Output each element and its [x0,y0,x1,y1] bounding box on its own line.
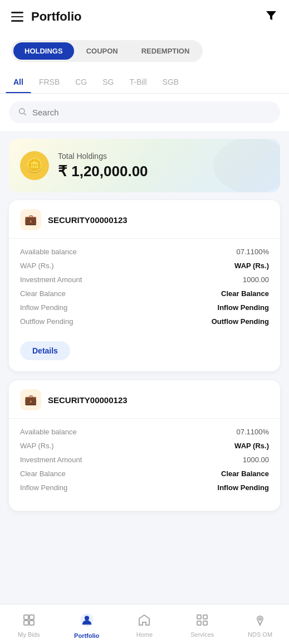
inflow-pending-label-1: Inflow Pending [20,303,67,312]
inflow-pending-value-1: Inflow Pending [218,303,269,312]
security-briefcase-icon-1: 💼 [20,209,41,230]
sub-tab-sg[interactable]: SG [95,71,121,93]
wap-label-2: WAP (Rs.) [20,442,54,450]
svg-rect-5 [30,621,34,625]
my-bids-icon [22,613,36,629]
nav-label-nds-om: NDS OM [248,631,272,638]
portfolio-icon [79,612,95,630]
sub-tab-tbill[interactable]: T-Bill [121,71,154,93]
home-icon [138,613,151,629]
nav-label-my-bids: My Bids [18,631,40,638]
details-button-1[interactable]: Details [20,341,70,360]
total-holdings-card: 🪙 Total Holdings ₹ 1,20,000.00 [9,139,280,192]
svg-rect-2 [24,615,28,619]
bottom-nav: My Bids Portfolio Home [0,604,289,644]
svg-rect-11 [203,621,207,625]
security-id-2: SECURITY00000123 [48,395,128,405]
svg-rect-10 [197,621,201,625]
investment-amount-value-2: 1000.00 [243,456,269,464]
detail-row-wap-1: WAP (Rs.) WAP (Rs.) [20,262,269,270]
search-section [0,94,289,131]
svg-line-1 [24,113,26,115]
svg-rect-3 [30,615,34,619]
nav-item-my-bids[interactable]: My Bids [0,604,58,644]
top-tab-bar: HOLDINGS COUPON REDEMPTION [0,33,289,71]
investment-amount-label-2: Investment Amount [20,456,82,464]
clear-balance-label-1: Clear Balance [20,289,66,298]
nav-label-services: Services [190,631,214,638]
sub-tab-sgb[interactable]: SGB [155,71,187,93]
page-title: Portfolio [31,9,81,24]
clear-balance-value-1: Clear Balance [221,289,269,298]
available-balance-label-2: Available balance [20,428,77,436]
hamburger-menu-icon[interactable] [11,12,23,22]
services-icon [195,613,209,629]
holdings-label: Total Holdings [58,152,148,161]
nds-om-icon [253,613,267,629]
clear-balance-label-2: Clear Balance [20,469,66,478]
svg-rect-4 [24,621,28,625]
security-card-2-details: Available balance 07.1100% WAP (Rs.) WAP… [9,419,280,502]
security-id-1: SECURITY00000123 [48,215,128,225]
svg-point-12 [259,618,261,620]
coins-icon: 🪙 [20,151,49,180]
nav-item-home[interactable]: Home [116,604,174,644]
detail-row-inflow-2: Inflow Pending Inflow Pending [20,483,269,492]
tab-holdings[interactable]: HOLDINGS [13,42,74,60]
wap-value-1: WAP (Rs.) [234,262,269,270]
outflow-pending-label-1: Outflow Pending [20,317,73,326]
detail-row-available-balance-2: Available balance 07.1100% [20,428,269,436]
nav-label-home: Home [136,631,153,638]
sub-tab-all[interactable]: All [6,71,31,93]
nav-label-portfolio: Portfolio [74,632,99,639]
tab-coupon[interactable]: COUPON [75,42,129,60]
investment-amount-value-1: 1000.00 [243,275,269,284]
svg-rect-8 [197,615,201,619]
search-input[interactable] [32,108,271,117]
outflow-pending-value-1: Outflow Pending [212,317,269,326]
detail-row-wap-2: WAP (Rs.) WAP (Rs.) [20,442,269,450]
wap-label-1: WAP (Rs.) [20,262,54,270]
security-card-2-header: 💼 SECURITY00000123 [9,380,280,419]
security-card-2: 💼 SECURITY00000123 Available balance 07.… [9,380,280,511]
detail-row-outflow-1: Outflow Pending Outflow Pending [20,317,269,326]
holdings-amount: ₹ 1,20,000.00 [58,163,148,180]
top-tab-pill-group: HOLDINGS COUPON REDEMPTION [11,40,203,62]
nav-item-services[interactable]: Services [173,604,231,644]
tab-redemption[interactable]: REDEMPTION [130,42,201,60]
clear-balance-value-2: Clear Balance [221,469,269,478]
detail-row-clear-balance-2: Clear Balance Clear Balance [20,469,269,478]
security-card-1-header: 💼 SECURITY00000123 [9,200,280,239]
app-header: Portfolio [0,0,289,33]
svg-point-7 [85,616,89,620]
security-briefcase-icon-2: 💼 [20,389,41,410]
nav-item-portfolio[interactable]: Portfolio [58,604,116,644]
svg-point-0 [19,109,25,114]
available-balance-label-1: Available balance [20,248,77,256]
available-balance-value-2: 07.1100% [236,428,269,436]
nav-item-nds-om[interactable]: NDS OM [231,604,289,644]
sub-tab-frsb[interactable]: FRSB [31,71,67,93]
available-balance-value-1: 07.1100% [236,248,269,256]
detail-row-clear-balance-1: Clear Balance Clear Balance [20,289,269,298]
filter-icon[interactable] [264,9,278,25]
investment-amount-label-1: Investment Amount [20,275,82,284]
inflow-pending-label-2: Inflow Pending [20,483,67,492]
search-icon [18,107,27,118]
sub-tab-bar: All FRSB CG SG T-Bill SGB [0,71,289,94]
svg-rect-9 [203,615,207,619]
detail-row-investment-1: Investment Amount 1000.00 [20,275,269,284]
inflow-pending-value-2: Inflow Pending [218,483,269,492]
security-card-1-details: Available balance 07.1100% WAP (Rs.) WAP… [9,239,280,336]
wap-value-2: WAP (Rs.) [234,442,269,450]
detail-row-available-balance-1: Available balance 07.1100% [20,248,269,256]
detail-row-investment-2: Investment Amount 1000.00 [20,456,269,464]
security-card-1: 💼 SECURITY00000123 Available balance 07.… [9,200,280,371]
detail-row-inflow-1: Inflow Pending Inflow Pending [20,303,269,312]
sub-tab-cg[interactable]: CG [67,71,95,93]
